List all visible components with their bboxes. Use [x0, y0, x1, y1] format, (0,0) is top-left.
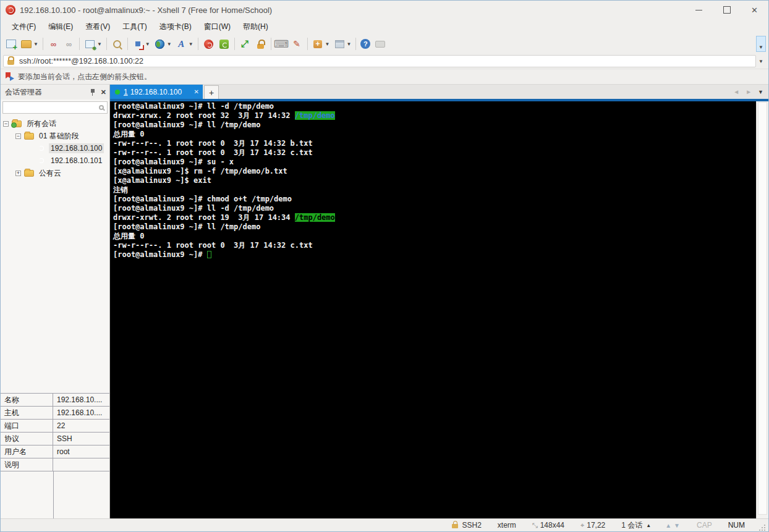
close-button[interactable] [741, 1, 768, 19]
toolbar: ▼▼▼▼▼▼▼▼ [1, 34, 768, 54]
terminal-cursor [207, 251, 211, 258]
toolbar-overflow-button[interactable]: ▼ [756, 36, 766, 52]
menu-item-0[interactable]: 文件(F) [6, 20, 42, 34]
properties-icon-button[interactable]: ▼ [83, 37, 103, 51]
add-session-flag-icon [5, 72, 14, 81]
terminal-text: -rw-r--r--. 1 root root 0 3月 17 14:32 c.… [113, 241, 313, 250]
font-icon-dropdown[interactable]: ▼ [189, 41, 193, 47]
feedback-icon-button[interactable] [373, 37, 387, 51]
window-title: 192.168.10.100 - root@almalinux9:~ - Xsh… [20, 6, 272, 15]
pin-icon[interactable] [90, 88, 96, 96]
highlighted-directory-text: /tmp/demo [295, 111, 335, 120]
menu-item-5[interactable]: 窗口(W) [198, 20, 237, 34]
menu-item-1[interactable]: 编辑(E) [42, 20, 79, 34]
collapse-icon[interactable]: − [3, 121, 9, 127]
title-bar: 192.168.10.100 - root@almalinux9:~ - Xsh… [1, 1, 768, 19]
tab-scroll-left-icon[interactable]: ◄ [733, 88, 739, 95]
resize-grip[interactable] [758, 523, 766, 531]
search-icon [99, 105, 104, 110]
expand-icon[interactable]: + [15, 171, 21, 176]
menu-bar: 文件(F)编辑(E)查看(V)工具(T)选项卡(B)窗口(W)帮助(H) [1, 19, 768, 34]
tab-menu-icon[interactable]: ▼ [758, 89, 763, 95]
tree-item-192-168-10-101[interactable]: 192.168.10.101 [1, 154, 109, 167]
new-session-icon-button[interactable] [4, 37, 18, 51]
tree-item-label: 01 基础阶段 [37, 130, 81, 142]
tile-icon-dropdown[interactable]: ▼ [347, 41, 352, 47]
disconnect-icon-button[interactable] [46, 37, 61, 51]
toolbar-separator [234, 38, 235, 50]
terminal-scrollbar[interactable] [756, 101, 768, 518]
terminal-text: drwxr-xrwt. 2 root root 19 3月 17 14:34 [113, 213, 295, 222]
tree-item-label: 192.168.10.100 [49, 143, 104, 153]
tab-index: 1 [124, 88, 128, 96]
terminal-type-label: xterm [498, 521, 516, 530]
new-file-icon-button[interactable]: ▼ [311, 37, 331, 51]
terminal-screen[interactable]: [root@almalinux9 ~]# ll -d /tmp/demodrwx… [110, 101, 756, 518]
compose-icon-dropdown[interactable]: ▼ [145, 41, 150, 47]
property-row: 说明 [1, 458, 109, 471]
menu-item-4[interactable]: 选项卡(B) [153, 20, 198, 34]
find-icon-button[interactable] [110, 37, 124, 51]
panel-close-icon[interactable]: ✕ [101, 88, 106, 96]
keyboard-icon-button[interactable] [274, 37, 289, 51]
tree-item-01-基础阶段[interactable]: −01 基础阶段 [1, 130, 109, 142]
property-value: SSH [53, 434, 72, 443]
lock-screen-icon-button[interactable] [253, 37, 268, 51]
session-prev-next-icons[interactable]: ▲▼ [665, 522, 682, 529]
terminal-line: -rw-r--r--. 1 root root 0 3月 17 14:32 c.… [113, 148, 756, 158]
menu-item-2[interactable]: 查看(V) [79, 20, 116, 34]
address-dropdown-icon[interactable]: ▼ [756, 59, 766, 64]
tile-icon-button[interactable]: ▼ [333, 37, 353, 51]
fullscreen-icon-button[interactable] [238, 37, 252, 51]
tree-item-公有云[interactable]: +公有云 [1, 167, 109, 179]
font-icon-button[interactable]: ▼ [174, 37, 195, 51]
new-tab-button[interactable]: + [204, 85, 219, 99]
open-icon-button[interactable]: ▼ [19, 37, 40, 51]
encoding-icon-button[interactable]: ▼ [153, 37, 173, 51]
properties-icon-dropdown[interactable]: ▼ [97, 41, 102, 47]
xftp-icon-button[interactable] [217, 37, 231, 51]
maximize-button[interactable] [713, 1, 741, 19]
menu-item-6[interactable]: 帮助(H) [237, 20, 274, 34]
open-icon-dropdown[interactable]: ▼ [33, 41, 38, 47]
cursor-position-label: 17,22 [587, 521, 605, 530]
session-manager-panel: 会话管理器 ✕ −所有会话−01 基础阶段192.168.10.100192.1… [1, 85, 110, 518]
terminal-line: 总用量 0 [113, 232, 756, 241]
session-list-expand-icon[interactable]: ▲ [646, 523, 651, 528]
property-row: 名称192.168.10.... [1, 394, 109, 407]
reconnect-icon-button[interactable] [62, 37, 76, 51]
info-bar: 要添加当前会话，点击左侧的箭头按钮。 [1, 69, 768, 85]
address-field[interactable]: ssh://root:******@192.168.10.100:22 [3, 55, 756, 67]
terminal-line: [root@almalinux9 ~]# su - x [113, 158, 756, 167]
terminal-text: 总用量 0 [113, 130, 144, 138]
new-file-icon-dropdown[interactable]: ▼ [325, 41, 330, 47]
tab-close-icon[interactable]: ✕ [194, 88, 199, 95]
toolbar-separator [106, 38, 107, 50]
status-session-count[interactable]: 1 会话 ▲ [621, 520, 651, 531]
collapse-icon[interactable]: − [15, 133, 21, 139]
xftp-icon [218, 38, 230, 50]
property-row: 端口22 [1, 420, 109, 433]
xshell-icon [203, 38, 215, 50]
new-session-icon [5, 38, 17, 50]
property-value: root [53, 447, 70, 456]
minimize-button[interactable] [685, 1, 713, 19]
tab-session-192-168-10-100[interactable]: 1 192.168.10.100 ✕ [110, 85, 203, 99]
disconnect-icon [48, 38, 59, 50]
address-bar: ssh://root:******@192.168.10.100:22 ▼ [1, 54, 768, 69]
lock-icon [7, 57, 15, 65]
xshell-icon-button[interactable] [202, 37, 216, 51]
tree-item-192-168-10-100[interactable]: 192.168.10.100 [1, 142, 109, 154]
tab-scroll-right-icon[interactable]: ► [746, 88, 752, 95]
help-icon-button[interactable] [359, 38, 372, 50]
menu-item-3[interactable]: 工具(T) [116, 20, 153, 34]
fullscreen-icon [239, 38, 251, 50]
tree-item-所有会话[interactable]: −所有会话 [1, 117, 109, 130]
encoding-icon-dropdown[interactable]: ▼ [167, 41, 172, 47]
compose-icon-button[interactable]: ▼ [131, 37, 151, 51]
highlight-icon-button[interactable] [290, 37, 304, 51]
terminal-line: -rw-r--r--. 1 root root 0 3月 17 14:32 c.… [113, 241, 756, 250]
scrollbar-thumb[interactable] [758, 102, 767, 515]
compose-icon [132, 38, 144, 50]
session-search-input[interactable] [2, 101, 108, 114]
